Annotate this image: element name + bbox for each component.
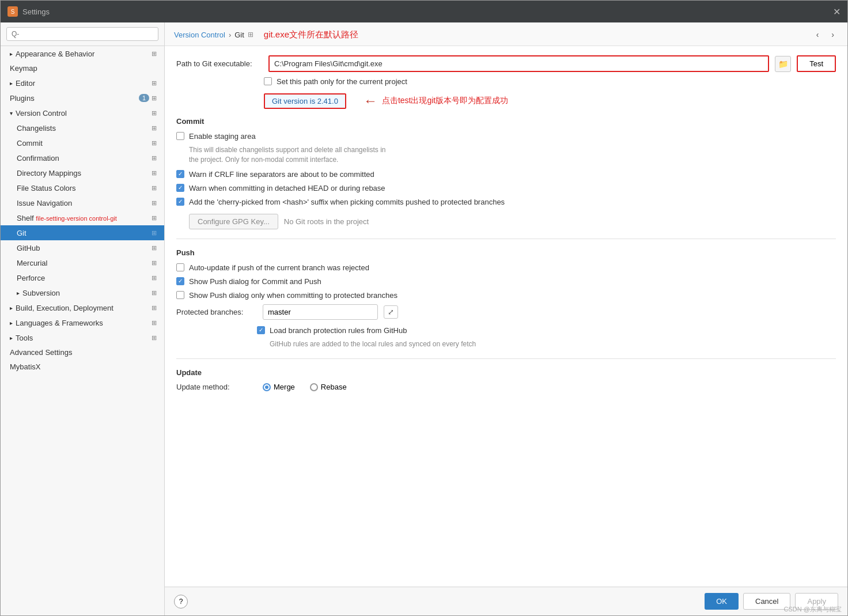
show-push-dialog-checkbox[interactable] <box>176 277 184 285</box>
breadcrumb-vc[interactable]: Version Control <box>174 31 225 39</box>
enable-staging-label: Enable staging area <box>189 131 256 142</box>
window-title: Settings <box>22 7 50 16</box>
git-path-input[interactable] <box>268 55 769 72</box>
cherry-picked-checkbox[interactable] <box>176 198 184 206</box>
title-bar: S Settings ✕ <box>1 1 847 22</box>
update-method-row: Update method: Merge Rebase <box>176 383 836 391</box>
help-button[interactable]: ? <box>174 595 188 609</box>
editor-settings-icon: ⊞ <box>149 78 158 88</box>
cherry-picked-row: Add the 'cherry-picked from <hash>' suff… <box>176 197 836 207</box>
sidebar-item-tools[interactable]: Tools ⊞ <box>1 330 164 345</box>
settings-icon: ⊞ <box>149 49 158 58</box>
sidebar-item-changelists[interactable]: Changelists ⊞ <box>1 120 164 135</box>
close-button[interactable]: ✕ <box>833 6 841 17</box>
changelists-icon: ⊞ <box>149 123 158 133</box>
divider-1 <box>176 239 836 239</box>
warn-detached-checkbox[interactable] <box>176 184 184 192</box>
confirmation-icon: ⊞ <box>149 153 158 162</box>
warn-detached-row: Warn when committing in detached HEAD or… <box>176 183 836 194</box>
rebase-radio[interactable] <box>310 383 318 391</box>
breadcrumb-annotation: git.exe文件所在默认路径 <box>264 29 358 40</box>
nav-forward-button[interactable]: › <box>827 28 838 41</box>
merge-option[interactable]: Merge <box>263 383 295 391</box>
settings-window: S Settings ✕ Appearance & Behavior ⊞ Key… <box>0 0 848 616</box>
enable-staging-checkbox[interactable] <box>176 132 184 140</box>
breadcrumb-settings-icon: ⊞ <box>248 31 253 39</box>
nav-arrows: ‹ › <box>812 28 838 41</box>
sidebar-item-file-status-colors[interactable]: File Status Colors ⊞ <box>1 180 164 195</box>
plugins-badge: 1 <box>139 94 149 102</box>
merge-radio[interactable] <box>263 383 271 391</box>
set-path-label: Set this path only for the current proje… <box>277 77 407 87</box>
protected-branches-label: Protected branches: <box>176 308 257 316</box>
push-section-title: Push <box>176 248 836 257</box>
sidebar-item-commit[interactable]: Commit ⊞ <box>1 135 164 150</box>
breadcrumb-git: Git <box>234 31 244 39</box>
warn-crlf-row: Warn if CRLF line separators are about t… <box>176 169 836 180</box>
protected-branches-row: Protected branches: ⤢ <box>176 304 836 320</box>
protected-branches-input[interactable] <box>263 304 378 320</box>
perforce-icon: ⊞ <box>149 273 158 282</box>
commit-section-title: Commit <box>176 117 836 126</box>
test-button[interactable]: Test <box>797 55 836 72</box>
vc-settings-icon: ⊞ <box>149 108 158 118</box>
expand-protected-button[interactable]: ⤢ <box>384 305 398 319</box>
sidebar-item-github[interactable]: GitHub ⊞ <box>1 240 164 255</box>
bottom-bar: ? OK Cancel Apply <box>165 587 847 615</box>
sidebar-item-shelf[interactable]: Shelf file-setting-version control-git ⊞ <box>1 210 164 225</box>
tools-icon: ⊞ <box>149 333 158 342</box>
test-annotation: 点击test出现git版本号即为配置成功 <box>382 96 508 106</box>
no-git-roots-text: No Git roots in the project <box>284 217 369 226</box>
sidebar-item-git[interactable]: Git ⊞ <box>1 225 164 240</box>
configure-gpg-row: Configure GPG Key... No Git roots in the… <box>189 214 836 229</box>
nav-back-button[interactable]: ‹ <box>812 28 823 41</box>
search-input[interactable] <box>6 27 158 41</box>
git-path-label: Path to Git executable: <box>176 59 263 68</box>
git-icon: ⊞ <box>149 228 158 237</box>
sidebar-item-mercurial[interactable]: Mercurial ⊞ <box>1 255 164 270</box>
rebase-option[interactable]: Rebase <box>310 383 347 391</box>
sidebar-item-languages[interactable]: Languages & Frameworks ⊞ <box>1 315 164 330</box>
cherry-picked-label: Add the 'cherry-picked from <hash>' suff… <box>189 197 505 207</box>
folder-browse-button[interactable]: 📁 <box>775 56 791 72</box>
sidebar-item-editor[interactable]: Editor ⊞ <box>1 75 164 90</box>
auto-update-label: Auto-update if push of the current branc… <box>189 263 369 273</box>
divider-2 <box>176 358 836 359</box>
sidebar-item-confirmation[interactable]: Confirmation ⊞ <box>1 150 164 165</box>
search-container <box>1 22 164 46</box>
update-method-label: Update method: <box>176 383 257 391</box>
set-path-checkbox[interactable] <box>264 77 272 85</box>
auto-update-checkbox[interactable] <box>176 263 184 271</box>
mercurial-icon: ⊞ <box>149 258 158 267</box>
load-github-checkbox[interactable] <box>257 326 265 334</box>
show-push-protected-checkbox[interactable] <box>176 291 184 299</box>
sidebar-item-appearance[interactable]: Appearance & Behavior ⊞ <box>1 46 164 61</box>
load-github-label: Load branch protection rules from GitHub <box>270 326 407 336</box>
warn-crlf-checkbox[interactable] <box>176 170 184 178</box>
sidebar-item-build[interactable]: Build, Execution, Deployment ⊞ <box>1 300 164 315</box>
warn-detached-label: Warn when committing in detached HEAD or… <box>189 183 385 194</box>
subversion-icon: ⊞ <box>149 288 158 297</box>
sidebar-item-perforce[interactable]: Perforce ⊞ <box>1 270 164 285</box>
sidebar-item-directory-mappings[interactable]: Directory Mappings ⊞ <box>1 165 164 180</box>
main-panel: Version Control › Git ⊞ git.exe文件所在默认路径 … <box>165 22 847 615</box>
sidebar-item-subversion[interactable]: Subversion ⊞ <box>1 285 164 300</box>
sidebar-item-plugins[interactable]: Plugins 1 ⊞ <box>1 90 164 105</box>
sidebar-item-mybatisx[interactable]: MybatisX <box>1 360 164 374</box>
sidebar-item-keymap[interactable]: Keymap <box>1 61 164 75</box>
merge-label: Merge <box>274 383 295 391</box>
shelf-icon: ⊞ <box>149 213 158 222</box>
sidebar-item-version-control[interactable]: Version Control ⊞ <box>1 105 164 120</box>
commit-icon: ⊞ <box>149 138 158 148</box>
configure-gpg-button[interactable]: Configure GPG Key... <box>189 214 278 229</box>
sidebar-item-advanced-settings[interactable]: Advanced Settings <box>1 345 164 360</box>
auto-update-row: Auto-update if push of the current branc… <box>176 263 836 273</box>
rebase-label: Rebase <box>321 383 347 391</box>
app-icon: S <box>7 6 18 17</box>
main-layout: Appearance & Behavior ⊞ Keymap Editor ⊞ … <box>1 22 847 615</box>
breadcrumb: Version Control › Git ⊞ git.exe文件所在默认路径 <box>174 29 358 40</box>
main-content-area: Path to Git executable: 📁 Test Set this … <box>165 46 847 587</box>
sidebar-item-issue-navigation[interactable]: Issue Navigation ⊞ <box>1 195 164 210</box>
lang-icon: ⊞ <box>149 318 158 327</box>
ok-button[interactable]: OK <box>705 593 739 610</box>
